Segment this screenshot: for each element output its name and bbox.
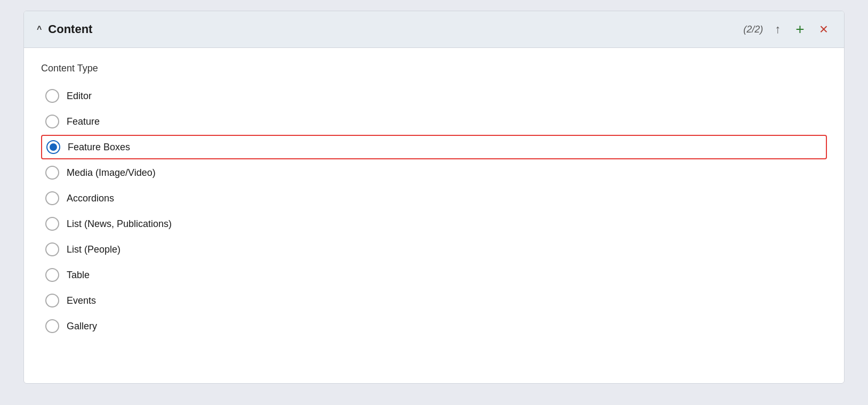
radio-inner-feature-boxes [50,143,57,151]
panel-body: Content Type EditorFeatureFeature BoxesM… [24,48,844,353]
radio-circle-events [45,294,59,307]
close-button[interactable]: × [816,20,831,39]
radio-circle-feature [45,115,59,128]
radio-label-editor: Editor [67,91,92,102]
collapse-icon[interactable]: ^ [37,25,42,34]
radio-item-feature-boxes[interactable]: Feature Boxes [41,135,827,159]
radio-circle-accordions [45,191,59,205]
header-right: (2/2) ↑ + × [743,20,831,39]
radio-item-editor[interactable]: Editor [41,84,827,108]
panel-header: ^ Content (2/2) ↑ + × [24,11,844,48]
add-button[interactable]: + [792,20,807,39]
radio-circle-list-news [45,217,59,231]
radio-circle-table [45,268,59,282]
header-left: ^ Content [37,22,92,36]
radio-item-list-people[interactable]: List (People) [41,237,827,262]
radio-item-feature[interactable]: Feature [41,109,827,134]
radio-item-list-news[interactable]: List (News, Publications) [41,212,827,236]
radio-list: EditorFeatureFeature BoxesMedia (Image/V… [41,84,827,338]
panel-counter: (2/2) [743,24,763,35]
radio-item-gallery[interactable]: Gallery [41,314,827,338]
radio-circle-editor [45,89,59,103]
radio-item-accordions[interactable]: Accordions [41,186,827,210]
radio-label-gallery: Gallery [67,321,97,332]
move-up-button[interactable]: ↑ [771,21,784,37]
radio-label-list-people: List (People) [67,244,120,255]
radio-label-list-news: List (News, Publications) [67,218,172,230]
radio-circle-feature-boxes [46,140,60,154]
radio-label-events: Events [67,295,96,306]
radio-label-feature-boxes: Feature Boxes [68,142,130,153]
radio-circle-gallery [45,319,59,333]
radio-circle-media [45,166,59,180]
radio-label-feature: Feature [67,116,100,127]
panel-title: Content [48,22,92,36]
radio-label-media: Media (Image/Video) [67,167,156,179]
radio-item-media[interactable]: Media (Image/Video) [41,160,827,185]
radio-label-accordions: Accordions [67,193,114,204]
content-type-label: Content Type [41,63,827,74]
radio-label-table: Table [67,270,90,281]
content-panel: ^ Content (2/2) ↑ + × Content Type Edito… [23,11,845,384]
radio-circle-list-people [45,242,59,256]
radio-item-table[interactable]: Table [41,263,827,287]
radio-item-events[interactable]: Events [41,288,827,313]
